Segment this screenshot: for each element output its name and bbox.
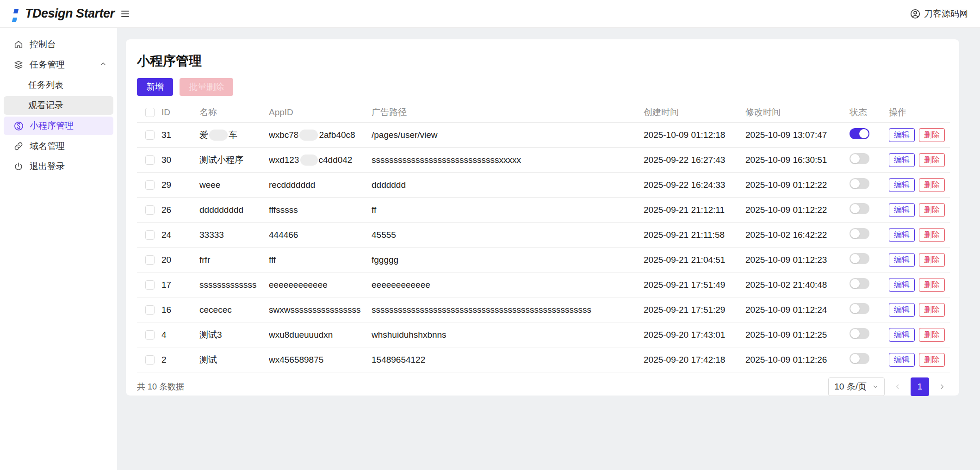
cell-name: frfr xyxy=(199,255,269,265)
cell-created-time: 2025-09-20 17:42:18 xyxy=(644,355,745,365)
row-checkbox[interactable] xyxy=(145,330,155,340)
sidebar-item-dashboard[interactable]: 控制台 xyxy=(4,35,113,54)
edit-button[interactable]: 编辑 xyxy=(889,228,915,242)
table-row: 24 33333 444466 45555 2025-09-21 21:11:5… xyxy=(137,223,950,247)
cell-modified-time: 2025-10-09 01:12:22 xyxy=(745,205,850,215)
cell-name: sssssssssssss xyxy=(199,280,269,290)
delete-button[interactable]: 删除 xyxy=(919,328,945,342)
sidebar-item-logout[interactable]: 退出登录 xyxy=(4,157,113,176)
add-button[interactable]: 新增 xyxy=(137,78,173,96)
row-checkbox[interactable] xyxy=(145,305,155,315)
row-checkbox[interactable] xyxy=(145,205,155,215)
logo-text: TDesign Starter xyxy=(25,6,115,21)
status-toggle[interactable] xyxy=(850,278,869,289)
status-toggle[interactable] xyxy=(850,153,869,164)
delete-button[interactable]: 删除 xyxy=(919,228,945,242)
table-row: 29 weee recddddddd ddddddd 2025-09-22 16… xyxy=(137,173,950,198)
page-number-1[interactable]: 1 xyxy=(911,377,929,396)
select-all-checkbox[interactable] xyxy=(145,108,155,117)
home-icon xyxy=(13,39,24,50)
edit-button[interactable]: 编辑 xyxy=(889,303,915,317)
status-toggle[interactable] xyxy=(850,178,869,189)
edit-button[interactable]: 编辑 xyxy=(889,153,915,167)
edit-button[interactable]: 编辑 xyxy=(889,203,915,217)
cell-name: ddddddddd xyxy=(199,205,269,215)
column-header-ad-path: 广告路径 xyxy=(372,106,644,118)
edit-button[interactable]: 编辑 xyxy=(889,353,915,367)
cell-modified-time: 2025-10-09 01:12:22 xyxy=(745,180,850,190)
sidebar-item-miniprogram-management[interactable]: 小程序管理 xyxy=(4,117,113,135)
sidebar-item-watch-records[interactable]: 观看记录 xyxy=(4,96,113,115)
sidebar-item-task-management[interactable]: 任务管理 xyxy=(4,56,113,74)
miniprogram-icon xyxy=(13,120,24,131)
sidebar-item-domain-management[interactable]: 域名管理 xyxy=(4,137,113,155)
toggle-knob xyxy=(850,154,860,163)
status-toggle[interactable] xyxy=(850,128,869,139)
status-toggle[interactable] xyxy=(850,303,869,314)
delete-button[interactable]: 删除 xyxy=(919,278,945,292)
cell-modified-time: 2025-10-09 01:12:25 xyxy=(745,330,850,340)
cell-modified-time: 2025-10-09 01:12:26 xyxy=(745,355,850,365)
toggle-knob xyxy=(850,229,860,238)
edit-button[interactable]: 编辑 xyxy=(889,278,915,292)
table-footer: 共 10 条数据 10 条/页 1 xyxy=(137,372,948,401)
edit-button[interactable]: 编辑 xyxy=(889,178,915,192)
delete-button[interactable]: 删除 xyxy=(919,153,945,167)
row-checkbox[interactable] xyxy=(145,280,155,290)
row-checkbox[interactable] xyxy=(145,255,155,265)
edit-button[interactable]: 编辑 xyxy=(889,128,915,142)
chevron-down-icon xyxy=(872,383,879,390)
cell-modified-time: 2025-10-09 01:12:23 xyxy=(745,255,850,265)
row-checkbox[interactable] xyxy=(145,180,155,190)
status-toggle[interactable] xyxy=(850,353,869,364)
prev-page-button[interactable] xyxy=(892,377,904,396)
toggle-knob xyxy=(850,354,860,363)
row-checkbox[interactable] xyxy=(145,155,155,165)
logo-icon xyxy=(10,7,20,21)
status-toggle[interactable] xyxy=(850,203,869,214)
delete-button[interactable]: 删除 xyxy=(919,353,945,367)
table-row: 31 爱车 wxbc782afb40c8 /pages/user/view 20… xyxy=(137,123,950,148)
delete-button[interactable]: 删除 xyxy=(919,128,945,142)
batch-delete-button[interactable]: 批量删除 xyxy=(180,78,233,96)
menu-collapse-icon[interactable] xyxy=(121,9,129,19)
toggle-knob xyxy=(859,129,868,138)
status-toggle[interactable] xyxy=(850,228,869,239)
edit-button[interactable]: 编辑 xyxy=(889,328,915,342)
edit-button[interactable]: 编辑 xyxy=(889,253,915,267)
cell-ad-path: ff xyxy=(372,205,644,215)
cell-ad-path: eeeeeeeeeeee xyxy=(372,280,644,290)
miniprogram-card: 小程序管理 新增 批量删除 ID 名称 AppID 广告路径 创建时间 修改时间… xyxy=(126,39,959,396)
delete-button[interactable]: 删除 xyxy=(919,203,945,217)
cell-id: 31 xyxy=(161,130,199,140)
cell-id: 16 xyxy=(161,305,199,315)
cell-id: 17 xyxy=(161,280,199,290)
cell-appid: wxu8dueuuudxn xyxy=(269,330,372,340)
cell-name: 测试小程序 xyxy=(199,154,269,166)
sidebar-item-task-list[interactable]: 任务列表 xyxy=(4,76,113,94)
column-header-status: 状态 xyxy=(850,106,889,118)
sidebar-item-label: 任务列表 xyxy=(28,79,63,91)
delete-button[interactable]: 删除 xyxy=(919,303,945,317)
app-logo[interactable]: TDesign Starter xyxy=(10,6,115,21)
cell-appid: wxd123c4dd042 xyxy=(269,155,372,166)
toggle-knob xyxy=(850,329,860,338)
table-header-row: ID 名称 AppID 广告路径 创建时间 修改时间 状态 操作 xyxy=(137,102,950,123)
cell-appid: eeeeeeeeeeee xyxy=(269,280,372,290)
table-row: 2 测试 wx456589875 15489654122 2025-09-20 … xyxy=(137,347,950,372)
next-page-button[interactable] xyxy=(936,377,948,396)
pagination: 10 条/页 1 xyxy=(828,377,948,396)
delete-button[interactable]: 删除 xyxy=(919,178,945,192)
status-toggle[interactable] xyxy=(850,253,869,264)
sidebar-item-label: 退出登录 xyxy=(30,161,65,173)
user-menu[interactable]: 刀客源码网 xyxy=(910,8,968,20)
delete-button[interactable]: 删除 xyxy=(919,253,945,267)
page-size-select[interactable]: 10 条/页 xyxy=(828,377,885,396)
cell-name: cececec xyxy=(199,305,269,315)
main-content: 小程序管理 新增 批量删除 ID 名称 AppID 广告路径 创建时间 修改时间… xyxy=(117,28,980,470)
status-toggle[interactable] xyxy=(850,328,869,339)
row-checkbox[interactable] xyxy=(145,130,155,140)
row-checkbox[interactable] xyxy=(145,230,155,240)
row-checkbox[interactable] xyxy=(145,355,155,365)
cell-id: 20 xyxy=(161,255,199,265)
